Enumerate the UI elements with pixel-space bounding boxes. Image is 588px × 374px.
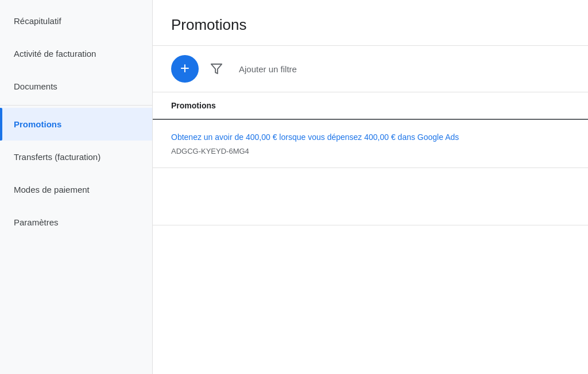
sidebar-item-parametres[interactable]: Paramètres (0, 206, 152, 239)
sidebar-item-activite-facturation[interactable]: Activité de facturation (0, 37, 152, 70)
sidebar-item-modes-de-paiement[interactable]: Modes de paiement (0, 173, 152, 206)
svg-marker-0 (211, 64, 222, 74)
table-header-row: Promotions (153, 92, 588, 120)
filter-icon (210, 63, 223, 75)
page-title-area: Promotions (153, 0, 588, 46)
sidebar-item-documents[interactable]: Documents (0, 70, 152, 103)
sidebar-divider (0, 105, 152, 106)
table-header-label: Promotions (171, 101, 216, 110)
main-content: Promotions + Ajouter un filtre Promotion… (153, 0, 588, 374)
promotion-code: ADGCG-KYEYD-6MG4 (171, 147, 249, 155)
plus-icon: + (180, 60, 189, 76)
sidebar-item-recapitulatif[interactable]: Récapitulatif (0, 5, 152, 37)
add-button[interactable]: + (171, 55, 199, 83)
filter-button[interactable] (208, 60, 225, 77)
filter-label: Ajouter un filtre (239, 64, 297, 74)
promotion-link[interactable]: Obtenez un avoir de 400,00 € lorsque vou… (171, 131, 570, 143)
sidebar-item-promotions[interactable]: Promotions (0, 108, 152, 141)
table-area: Promotions Obtenez un avoir de 400,00 € … (153, 92, 588, 374)
sidebar-item-transferts-facturation[interactable]: Transferts (facturation) (0, 141, 152, 173)
toolbar: + Ajouter un filtre (153, 46, 588, 92)
table-row: Obtenez un avoir de 400,00 € lorsque vou… (153, 120, 588, 168)
sidebar: RécapitulatifActivité de facturationDocu… (0, 0, 153, 374)
empty-row (153, 168, 588, 225)
page-title: Promotions (171, 16, 570, 34)
